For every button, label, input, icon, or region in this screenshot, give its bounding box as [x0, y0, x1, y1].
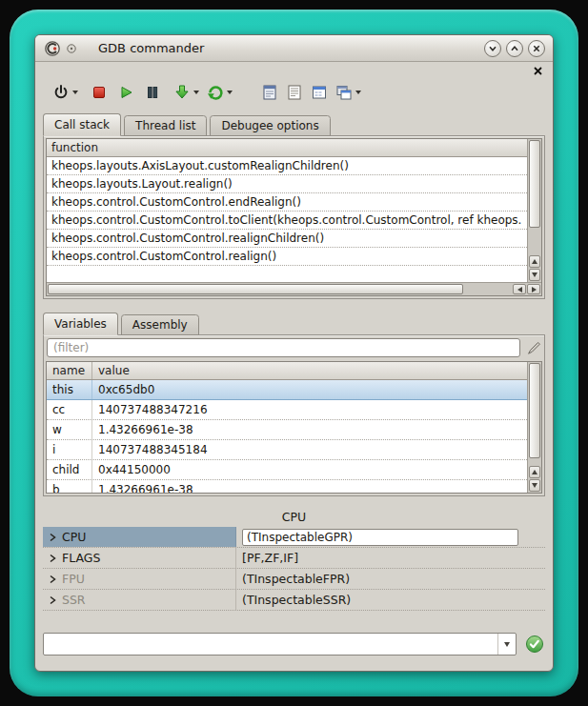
app-icon — [43, 39, 62, 58]
variables-column-value[interactable]: value — [92, 364, 527, 377]
dock-close-x-icon — [533, 66, 543, 76]
power-button[interactable] — [51, 80, 80, 105]
scroll-down-button[interactable] — [529, 269, 540, 281]
callstack-horizontal-scrollbar[interactable] — [47, 282, 541, 295]
arrow-up-icon — [532, 259, 537, 264]
close-button[interactable] — [528, 40, 545, 57]
command-bar — [43, 632, 545, 656]
expander-chevron-icon[interactable] — [48, 553, 57, 564]
combobox-drop-button[interactable] — [497, 634, 516, 655]
decorative-frame: GDB commander — [10, 10, 578, 696]
pause-icon — [145, 85, 160, 100]
tab-thread-list[interactable]: Thread list — [124, 115, 207, 136]
scroll-right-button[interactable] — [527, 284, 540, 294]
callstack-row[interactable]: kheops.control.CustomControl.endRealign(… — [47, 193, 527, 212]
cpu-row[interactable]: FLAGS [PF,ZF,IF] — [43, 548, 545, 569]
filter-pen-icon[interactable] — [525, 340, 541, 356]
chevron-up-icon — [510, 44, 519, 53]
arrow-up-icon — [532, 470, 537, 474]
expander-chevron-icon[interactable] — [48, 532, 57, 543]
maximize-button[interactable] — [506, 40, 523, 57]
scroll-left-button[interactable] — [513, 284, 526, 294]
expander-chevron-icon[interactable] — [48, 574, 57, 585]
app-badge-icon — [66, 43, 77, 54]
variables-panel: name value this 0xc65db0 cc 140737488347… — [43, 334, 545, 496]
scroll-up-button[interactable] — [529, 255, 540, 268]
window-title: GDB commander — [98, 41, 204, 55]
scrollbar-thumb[interactable] — [48, 284, 463, 294]
debug-toolbar — [35, 77, 553, 108]
dropdown-arrow-icon — [504, 642, 510, 647]
cpu-row[interactable]: CPU (TInspectableGPR) — [43, 527, 545, 548]
call-stack-panel: function kheops.layouts.AxisLayout.custo… — [43, 135, 545, 299]
callstack-row[interactable]: kheops.layouts.Layout.realign() — [47, 175, 527, 193]
debug-windows-icon — [335, 84, 353, 101]
arrow-down-icon — [532, 272, 537, 277]
chevron-down-icon — [488, 44, 497, 53]
cpu-inspector: CPU (TInspectableGPR) FLAGS [PF,ZF,IF] F — [43, 527, 545, 611]
dropdown-arrow-icon — [355, 91, 361, 94]
callstack-row[interactable]: kheops.control.CustomControl.realign() — [47, 248, 527, 266]
scrollbar-thumb[interactable] — [529, 140, 540, 228]
stop-icon — [91, 85, 107, 100]
middle-tab-bar: Variables Assembly — [43, 313, 545, 335]
tab-variables[interactable]: Variables — [43, 313, 118, 335]
scroll-down-button[interactable] — [529, 479, 540, 492]
power-icon — [52, 84, 70, 101]
tab-assembly[interactable]: Assembly — [121, 314, 199, 335]
callstack-row[interactable]: kheops.control.CustomControl.realignChil… — [47, 230, 527, 248]
callstack-row[interactable]: kheops.layouts.AxisLayout.customRealignC… — [47, 157, 527, 175]
dropdown-arrow-icon — [193, 91, 199, 94]
pause-button[interactable] — [143, 80, 162, 105]
callstack-column-header[interactable]: function — [47, 139, 527, 157]
gdb-commander-window: GDB commander — [34, 34, 554, 672]
variable-row[interactable]: b 1.43266961e-38 — [47, 480, 527, 493]
memory-window-button[interactable] — [309, 80, 330, 105]
dock-header — [35, 62, 553, 77]
filter-input[interactable] — [47, 338, 520, 357]
expander-chevron-icon[interactable] — [48, 595, 57, 606]
stop-button[interactable] — [90, 80, 109, 105]
arrow-down-icon — [532, 483, 537, 488]
cpu-row[interactable]: FPU (TInspectableFPR) — [43, 569, 545, 590]
variables-vertical-scrollbar[interactable] — [527, 362, 541, 493]
close-x-icon — [532, 44, 541, 53]
dock-close-button[interactable] — [533, 66, 543, 76]
debug-windows-button[interactable] — [334, 80, 363, 105]
callstack-vertical-scrollbar[interactable] — [527, 139, 541, 282]
scrollbar-thumb[interactable] — [529, 363, 540, 458]
command-combobox[interactable] — [43, 633, 517, 656]
dropdown-arrow-icon — [227, 91, 233, 94]
variable-row[interactable]: i 140737488345184 — [47, 440, 527, 460]
step-over-icon — [207, 84, 224, 101]
titlebar[interactable]: GDB commander — [35, 35, 553, 62]
variable-row[interactable]: cc 140737488347216 — [47, 400, 527, 420]
source-doc-icon — [261, 84, 278, 101]
run-icon — [118, 85, 133, 100]
arrow-right-icon — [532, 287, 537, 292]
step-over-button[interactable] — [205, 80, 234, 105]
run-button[interactable] — [116, 80, 135, 105]
variables-view: name value this 0xc65db0 cc 140737488347… — [46, 361, 542, 494]
list-doc-icon — [286, 84, 303, 101]
check-circle-icon — [524, 634, 545, 655]
cpu-value-editor[interactable]: (TInspectableGPR) — [242, 529, 518, 546]
variables-column-name[interactable]: name — [47, 362, 92, 379]
list-doc-button[interactable] — [284, 80, 305, 105]
scroll-up-button[interactable] — [529, 466, 540, 478]
dropdown-arrow-icon — [72, 91, 78, 94]
memory-window-icon — [311, 84, 328, 101]
step-into-button[interactable] — [172, 80, 201, 105]
tab-debugee-options[interactable]: Debugee options — [210, 115, 330, 136]
variable-row[interactable]: w 1.43266961e-38 — [47, 420, 527, 440]
callstack-row[interactable]: kheops.control.CustomControl.toClient(kh… — [47, 212, 527, 230]
send-command-button[interactable] — [524, 634, 545, 655]
tab-call-stack[interactable]: Call stack — [43, 113, 121, 136]
cpu-row[interactable]: SSR (TInspectableSSR) — [43, 590, 545, 611]
source-doc-button[interactable] — [259, 80, 280, 105]
command-input[interactable] — [44, 634, 497, 655]
variable-row[interactable]: this 0xc65db0 — [47, 380, 527, 400]
variable-row[interactable]: child 0x44150000 — [47, 460, 527, 480]
minimize-button[interactable] — [484, 40, 501, 57]
cpu-panel-title: CPU — [35, 508, 553, 527]
